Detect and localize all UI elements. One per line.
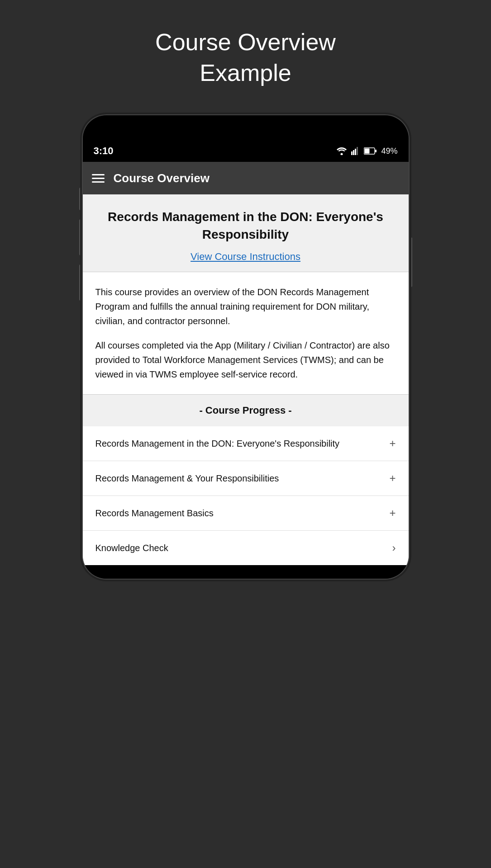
- phone-button-left1: [79, 188, 82, 210]
- status-bar: 3:10: [83, 140, 409, 162]
- progress-item-2-label: Records Management & Your Responsibiliti…: [95, 472, 382, 485]
- view-instructions-link[interactable]: View Course Instructions: [191, 251, 300, 262]
- progress-item-4-chevron-icon: ›: [392, 542, 396, 554]
- progress-item-3-expand-icon: +: [389, 507, 396, 519]
- svg-rect-7: [365, 149, 370, 154]
- phone-frame: 3:10: [83, 115, 409, 578]
- battery-percentage: 49%: [381, 146, 397, 156]
- progress-item-3[interactable]: Records Management Basics +: [83, 496, 409, 531]
- battery-icon: [364, 147, 377, 155]
- page-title: Course Overview Example: [155, 27, 336, 88]
- phone-bottom: [83, 565, 409, 579]
- signal-icon: [351, 147, 359, 155]
- svg-rect-1: [351, 151, 353, 155]
- progress-item-3-label: Records Management Basics: [95, 507, 382, 519]
- progress-items-list: Records Management in the DON: Everyone'…: [83, 426, 409, 565]
- progress-item-2-expand-icon: +: [389, 472, 396, 485]
- status-time: 3:10: [94, 145, 114, 157]
- course-progress-title: - Course Progress -: [199, 405, 291, 416]
- phone-notch: [210, 115, 282, 128]
- course-title: Records Management in the DON: Everyone'…: [96, 208, 395, 243]
- description-paragraph-1: This course provides an overview of the …: [95, 285, 396, 328]
- status-icons: 49%: [337, 146, 397, 156]
- progress-item-1[interactable]: Records Management in the DON: Everyone'…: [83, 426, 409, 461]
- app-bar: Course Overview: [83, 162, 409, 194]
- progress-item-4-label: Knowledge Check: [95, 542, 385, 554]
- course-header: Records Management in the DON: Everyone'…: [83, 194, 409, 272]
- phone-button-right: [410, 237, 412, 287]
- hamburger-menu-icon[interactable]: [92, 174, 105, 183]
- description-paragraph-2: All courses completed via the App (Milit…: [95, 338, 396, 382]
- content-area: Records Management in the DON: Everyone'…: [83, 194, 409, 565]
- course-description: This course provides an overview of the …: [83, 272, 409, 395]
- svg-rect-3: [355, 149, 356, 155]
- phone-notch-area: [83, 115, 409, 140]
- app-bar-title: Course Overview: [114, 171, 210, 185]
- progress-item-2[interactable]: Records Management & Your Responsibiliti…: [83, 461, 409, 496]
- progress-item-1-label: Records Management in the DON: Everyone'…: [95, 437, 382, 450]
- course-progress-header: - Course Progress -: [83, 395, 409, 426]
- svg-point-0: [341, 153, 343, 156]
- phone-button-left2: [79, 219, 82, 255]
- progress-item-1-expand-icon: +: [389, 437, 396, 450]
- svg-rect-6: [375, 150, 377, 152]
- svg-rect-4: [357, 147, 358, 155]
- phone-button-left3: [79, 264, 82, 301]
- wifi-icon: [337, 147, 347, 155]
- progress-item-4[interactable]: Knowledge Check ›: [83, 531, 409, 565]
- svg-rect-2: [353, 150, 354, 155]
